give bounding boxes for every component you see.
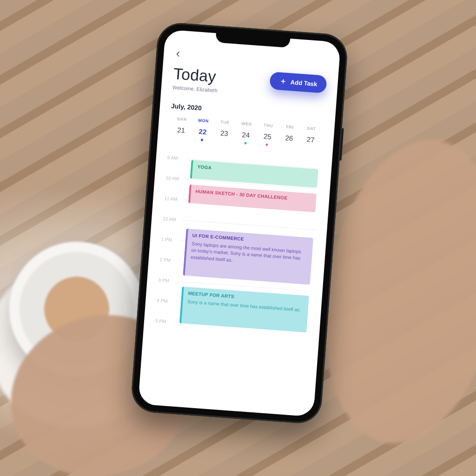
hour-label: 1 PM [161, 236, 181, 243]
day-event-dot [201, 139, 203, 141]
day-event-dot [179, 137, 182, 139]
day-of-week-label: TUE [214, 119, 236, 125]
page-title: Today [173, 65, 219, 86]
day-of-week-label: WED [236, 121, 258, 127]
day-event-dot [287, 145, 290, 147]
header-text-block: Today Welcome, Elizabeth [172, 65, 219, 93]
back-button[interactable] [174, 49, 184, 64]
day-of-week-label: FRI [279, 124, 301, 130]
event-card[interactable]: UI FOR E-COMMERCESony laptops are among … [183, 228, 313, 284]
day-event-dot [265, 144, 268, 146]
event-title: YOGA [197, 164, 312, 178]
day-cell[interactable]: SAT27 [299, 126, 323, 150]
day-event-dot [244, 142, 246, 144]
day-cell[interactable]: MON22 [191, 118, 214, 142]
event-card[interactable]: YOGA [190, 160, 318, 188]
day-number: 24 [235, 130, 257, 139]
hour-label: 9 AM [167, 155, 187, 161]
chevron-left-icon [175, 51, 182, 58]
hour-label: 12 AM [163, 216, 183, 222]
day-cell[interactable]: THU25 [256, 122, 279, 146]
header-row: Today Welcome, Elizabeth ＋ Add Task [172, 65, 327, 101]
hour-label: 4 PM [157, 298, 177, 304]
add-task-button[interactable]: ＋ Add Task [270, 72, 327, 93]
day-of-week-label: MON [192, 118, 214, 124]
day-number: 22 [192, 127, 214, 136]
day-number: 26 [278, 133, 300, 143]
day-cell[interactable]: SAN21 [170, 116, 193, 140]
day-number: 25 [257, 132, 279, 141]
event-card[interactable]: MEETUP FOR ARTSSony is a name that over … [179, 286, 309, 332]
day-cell[interactable]: WED24 [234, 121, 258, 145]
hour-label: 3 PM [158, 277, 178, 284]
coffee-cup [9, 242, 144, 377]
day-of-week-label: SAN [171, 116, 193, 122]
hour-label: 11 AM [164, 196, 184, 202]
events-layer: YOGAHUMAN SKETCH - 30 DAY CHALLENGEUI FO… [178, 149, 321, 342]
event-title: HUMAN SKETCH - 30 DAY CHALLENGE [195, 189, 311, 202]
scene-background: Today Welcome, Elizabeth ＋ Add Task July… [0, 0, 476, 476]
day-number: 21 [170, 126, 192, 135]
hour-label: 5 PM [155, 318, 175, 324]
day-event-dot [309, 147, 311, 149]
day-event-dot [223, 140, 225, 143]
day-cell[interactable]: TUE23 [213, 119, 236, 143]
phone-frame: Today Welcome, Elizabeth ＋ Add Task July… [130, 21, 349, 425]
day-number: 27 [299, 135, 322, 144]
day-number: 23 [213, 128, 236, 138]
week-strip: SAN21MON22TUE23WED24THU25FRI26SAT27 [169, 116, 324, 150]
app-screen: Today Welcome, Elizabeth ＋ Add Task July… [138, 29, 341, 417]
plus-icon: ＋ [279, 78, 287, 86]
day-cell[interactable]: FRI26 [278, 124, 301, 148]
hour-label: 10 AM [165, 175, 185, 182]
event-card[interactable]: HUMAN SKETCH - 30 DAY CHALLENGE [188, 185, 317, 212]
welcome-text: Welcome, Elizabeth [172, 85, 218, 93]
timeline[interactable]: 9 AM10 AM11 AM12 AM1 PM2 PM3 PM4 PM5 PMY… [155, 147, 321, 342]
day-of-week-label: THU [258, 122, 279, 128]
hour-label: 2 PM [159, 257, 179, 263]
add-task-label: Add Task [290, 79, 317, 87]
day-of-week-label: SAT [300, 126, 322, 132]
